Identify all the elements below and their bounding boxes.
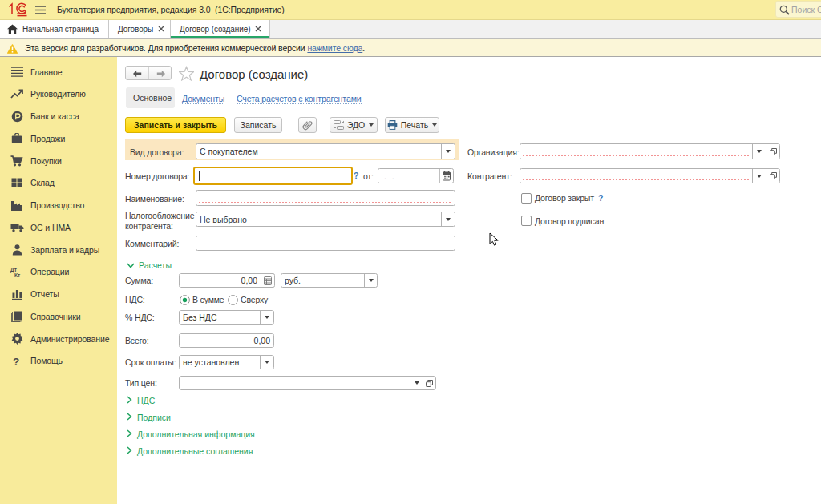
svg-text:?: ? [13, 356, 19, 367]
svg-text:Кт: Кт [14, 272, 20, 278]
